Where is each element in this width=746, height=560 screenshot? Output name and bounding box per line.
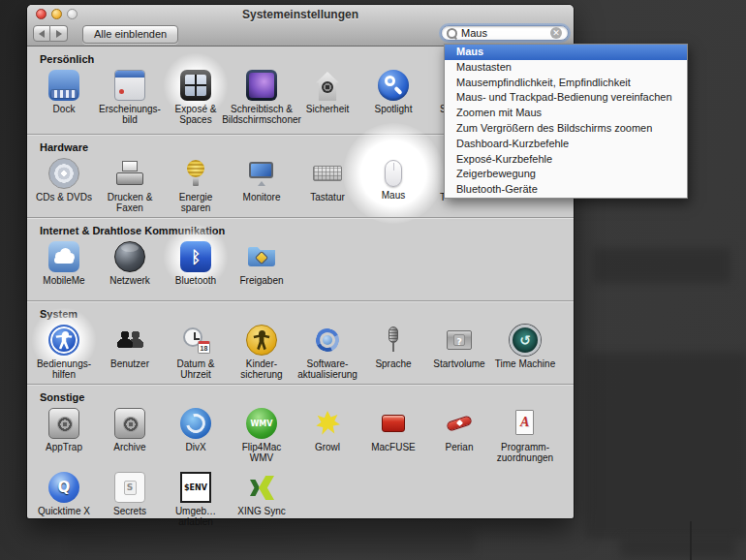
pref-item-label: Flip4Mac WMV [242, 442, 282, 463]
pref-item-archive[interactable]: Archive [97, 406, 163, 452]
prefs-row: QQuicktime XSSecrets$ENVUmgeb…ariablenXI… [27, 470, 574, 527]
pref-item-maus[interactable]: Maus [360, 156, 426, 201]
pref-item-schreibtisch-bildschirmschoner[interactable]: Schreibtisch & Bildschirmschoner [229, 68, 295, 125]
pref-item-label: MobileMe [43, 275, 84, 286]
pref-item-label: Sprache [375, 358, 411, 369]
pref-item-sicherheit[interactable]: Sicherheit [295, 68, 360, 114]
search-suggestion[interactable]: Maustasten [445, 60, 687, 76]
pref-item-label: Exposé & Spaces [175, 104, 217, 125]
pref-item-label: Time Machine [495, 358, 555, 369]
archive-icon [114, 408, 145, 439]
apptrap-icon [48, 408, 79, 439]
pref-item-label: Dock [53, 104, 76, 114]
dock-icon [48, 70, 79, 101]
pref-item-label: Spotlight [375, 104, 413, 114]
rcdefault-icon [510, 408, 541, 439]
clear-search-icon[interactable]: ✕ [550, 27, 562, 39]
pref-item-label: Secrets [113, 506, 146, 516]
search-suggestion[interactable]: Maus [445, 45, 687, 60]
bluetooth-icon: ᛒ [180, 241, 211, 272]
pref-item-macfuse[interactable]: MacFUSE [360, 406, 426, 452]
section-system: SystemBedienungs- hilfenBenutzerDatum & … [27, 300, 574, 384]
pref-item-cds-dvds[interactable]: CDs & DVDs [31, 156, 97, 202]
desktop-seam [690, 521, 692, 560]
printer-icon [114, 158, 145, 189]
pref-item-datum-uhrzeit[interactable]: Datum & Uhrzeit [163, 323, 229, 380]
pref-item-sprache[interactable]: Sprache [360, 323, 426, 369]
search-suggestion[interactable]: Exposé-Kurzbefehle [445, 152, 687, 168]
pref-item-label: Maus [382, 190, 405, 201]
search-input[interactable] [461, 27, 550, 39]
pref-item-dock[interactable]: Dock [31, 68, 97, 114]
pref-item-label: AppTrap [46, 442, 82, 452]
search-suggestion[interactable]: Zum Vergrößern des Bildschirms zoomen [445, 121, 687, 137]
pref-item-secrets[interactable]: SSecrets [97, 470, 163, 516]
timemachine-icon: ↺ [510, 325, 541, 356]
pref-item-freigaben[interactable]: Freigaben [229, 239, 295, 286]
search-suggestion[interactable]: Bluetooth-Geräte [445, 182, 687, 198]
pref-item-label: Archive [113, 442, 145, 452]
forward-icon [56, 30, 62, 38]
pref-item-label: DivX [185, 442, 205, 452]
pref-item-bluetooth[interactable]: ᛒBluetooth [163, 239, 229, 286]
pref-item-perian[interactable]: Perian [426, 406, 492, 452]
pref-item-expos-spaces[interactable]: Exposé & Spaces [163, 68, 229, 125]
search-suggestion[interactable]: Zeigerbewegung [445, 167, 687, 182]
pref-item-startvolume[interactable]: ?Startvolume [426, 323, 492, 369]
search-suggestion[interactable]: Mausempfindlichkeit, Empfindlichkeit [445, 76, 687, 91]
desktop-artifact [593, 248, 730, 283]
keyboard-icon [312, 158, 343, 189]
pref-item-software-aktualisierung[interactable]: Software- aktualisierung [295, 323, 360, 380]
pref-item-label: Datum & Uhrzeit [177, 358, 215, 380]
pref-item-label: Software- aktualisierung [297, 358, 357, 380]
desktop-screensaver-icon [246, 70, 277, 101]
pref-item-time-machine[interactable]: ↺Time Machine [492, 323, 558, 369]
divx-icon [180, 408, 211, 439]
section-sonstige: SonstigeAppTrapArchiveDivXWMVFlip4Mac WM… [27, 384, 574, 519]
pref-item-spotlight[interactable]: Spotlight [360, 68, 426, 114]
pref-item-divx[interactable]: DivX [163, 406, 229, 452]
appearance-icon [114, 70, 145, 101]
pref-item-benutzer[interactable]: Benutzer [97, 323, 163, 369]
pref-item-mobileme[interactable]: MobileMe [31, 239, 97, 286]
window-title: Systemeinstellungen [27, 8, 574, 21]
pref-item-label: Bluetooth [175, 275, 216, 286]
search-suggestion[interactable]: Dashboard-Kurzbefehle [445, 137, 687, 152]
forward-button[interactable] [50, 25, 68, 42]
pref-item-xing-sync[interactable]: XING Sync [229, 470, 295, 516]
show-all-button[interactable]: Alle einblenden [82, 25, 178, 44]
quicktime-glyph: Q [48, 472, 79, 503]
search-icon [447, 28, 457, 39]
accessibility-icon [48, 325, 79, 356]
pref-item-apptrap[interactable]: AppTrap [31, 406, 97, 452]
search-suggestion[interactable]: Maus- und Trackpad-Bedienung vereinfache… [445, 90, 687, 106]
pref-item-erscheinungs-bild[interactable]: Erscheinungs- bild [97, 68, 163, 125]
search-suggestion[interactable]: Zoomen mit Maus [445, 106, 687, 121]
back-button[interactable] [33, 25, 50, 42]
pref-item-label: Umgeb…ariablen [163, 506, 229, 527]
search-field[interactable]: ✕ [441, 25, 569, 41]
pref-item-bedienungs-hilfen[interactable]: Bedienungs- hilfen [31, 323, 97, 380]
pref-item-monitore[interactable]: Monitore [229, 156, 295, 202]
pref-item-kinder-sicherung[interactable]: Kinder- sicherung [229, 323, 295, 380]
pref-item-programm-zuordnungen[interactable]: Programm- zuordnungen [492, 406, 558, 463]
pref-item-label: Tastatur [310, 192, 345, 202]
back-icon [39, 30, 45, 38]
prefs-row: AppTrapArchiveDivXWMVFlip4Mac WMVGrowlMa… [27, 406, 574, 463]
pref-item-netzwerk[interactable]: Netzwerk [97, 239, 163, 286]
pref-item-flip4mac-wmv[interactable]: WMVFlip4Mac WMV [229, 406, 295, 463]
pref-item-drucken-faxen[interactable]: Drucken & Faxen [97, 156, 163, 213]
section-title: System [27, 301, 574, 320]
pref-item-label: Growl [315, 442, 340, 452]
pref-item-quicktime-x[interactable]: QQuicktime X [31, 470, 97, 516]
pref-item-label: Bedienungs- hilfen [37, 358, 91, 380]
toolbar: Alle einblenden ✕ [27, 23, 574, 46]
pref-item-energie-sparen[interactable]: Energie sparen [163, 156, 229, 213]
secrets-icon: S [114, 472, 145, 503]
titlebar[interactable]: Systemeinstellungen [27, 5, 574, 23]
pref-item-growl[interactable]: Growl [295, 406, 360, 452]
section-title: Internet & Drahtlose Kommunikation [27, 218, 574, 236]
pref-item-umgeb-ariablen[interactable]: $ENVUmgeb…ariablen [163, 470, 229, 527]
display-icon [246, 158, 277, 189]
network-icon [114, 241, 145, 272]
